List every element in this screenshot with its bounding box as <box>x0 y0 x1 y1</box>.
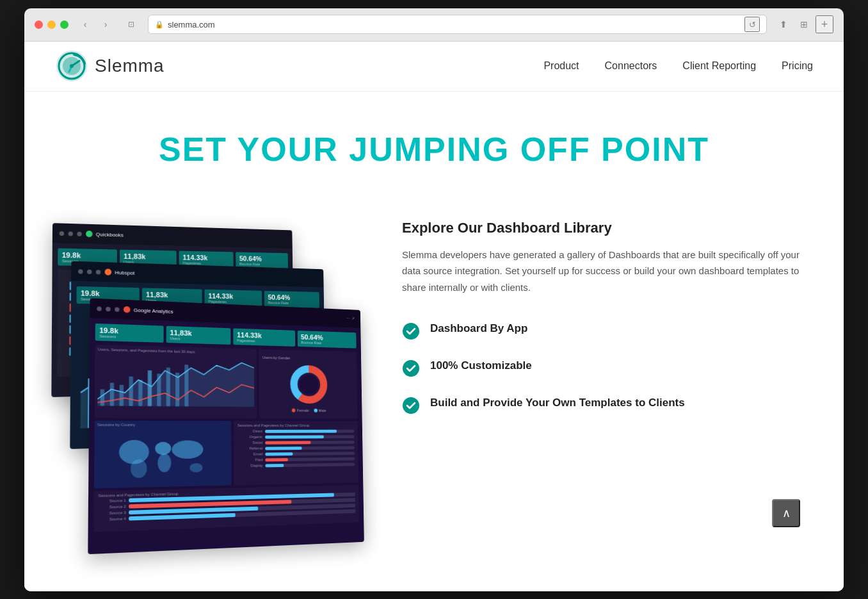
reader-button[interactable]: ⊡ <box>122 15 140 33</box>
nav-client-reporting[interactable]: Client Reporting <box>682 60 756 72</box>
svg-rect-21 <box>120 384 124 406</box>
ga-label: Google Analytics <box>134 307 173 315</box>
address-bar[interactable]: 🔒 slemma.com ↺ <box>148 15 767 34</box>
section-description: Slemma developers have generated a galle… <box>402 247 812 296</box>
svg-point-38 <box>403 323 419 340</box>
logo-text: Slemma <box>95 56 165 76</box>
checkmark-icon-3 <box>402 397 420 414</box>
svg-rect-27 <box>175 372 179 406</box>
fullscreen-button[interactable] <box>60 21 68 29</box>
feature-dashboard-by-app: Dashboard By App <box>402 321 812 340</box>
svg-point-34 <box>155 441 171 455</box>
donut-chart: Users by Gender Femal <box>259 349 357 418</box>
browser-window: ‹ › ⊡ 🔒 slemma.com ↺ ⬆ ⊞ + <box>24 8 844 591</box>
hubspot-label: Hubspot <box>115 269 134 275</box>
svg-point-39 <box>403 360 419 377</box>
quickbooks-label: Quickbooks <box>96 231 124 237</box>
feature-build-templates: Build and Provide Your Own Templates to … <box>402 395 812 414</box>
reload-button[interactable]: ↺ <box>744 17 760 32</box>
svg-rect-19 <box>100 389 105 406</box>
svg-rect-26 <box>166 367 170 406</box>
tab-overview-button[interactable]: ⊞ <box>795 15 813 33</box>
browser-nav: ‹ › <box>76 15 115 33</box>
svg-point-32 <box>119 439 149 464</box>
scroll-to-top-button[interactable]: ∧ <box>772 499 800 527</box>
svg-rect-25 <box>157 373 161 406</box>
traffic-lights <box>35 21 68 29</box>
share-button[interactable]: ⬆ <box>775 15 792 33</box>
svg-rect-28 <box>184 365 188 406</box>
browser-titlebar: ‹ › ⊡ 🔒 slemma.com ↺ ⬆ ⊞ + <box>24 8 844 42</box>
logo-link[interactable]: Slemma <box>55 49 165 83</box>
svg-rect-24 <box>148 370 152 406</box>
screenshot-stack: Quickbooks 19.8k Sessions <box>56 207 364 540</box>
forward-button[interactable]: › <box>97 15 115 33</box>
svg-rect-22 <box>129 376 133 406</box>
feature-label-2: 100% Customizable <box>430 358 532 373</box>
minimize-button[interactable] <box>47 21 56 29</box>
svg-point-37 <box>189 463 202 472</box>
hero-right-content: Explore Our Dashboard Library Slemma dev… <box>402 207 812 415</box>
feature-label-1: Dashboard By App <box>430 321 527 336</box>
nav-pricing[interactable]: Pricing <box>782 60 813 72</box>
feature-list: Dashboard By App 100% Customizable <box>402 321 812 414</box>
checkmark-icon-1 <box>402 322 420 340</box>
hbar-chart: Sessions and Pageviews by Channel Group … <box>234 421 358 485</box>
lock-icon: 🔒 <box>155 21 164 29</box>
section-title: Explore Our Dashboard Library <box>402 220 812 236</box>
svg-rect-20 <box>110 382 115 406</box>
close-button[interactable] <box>35 21 43 29</box>
site-navigation: Slemma Product Connectors Client Reporti… <box>24 42 844 92</box>
svg-point-36 <box>172 440 203 459</box>
svg-rect-23 <box>138 379 142 406</box>
nav-links: Product Connectors Client Reporting Pric… <box>543 60 813 72</box>
logo-icon <box>55 49 88 83</box>
website: Slemma Product Connectors Client Reporti… <box>24 42 844 591</box>
nav-connectors[interactable]: Connectors <box>605 60 657 72</box>
svg-point-35 <box>157 454 171 472</box>
world-map: Sessions by Country <box>94 420 232 488</box>
nav-product[interactable]: Product <box>543 60 579 72</box>
browser-actions: ⬆ ⊞ + <box>775 15 833 33</box>
bottom-hbar-section: Sessions and Pageviews by Channel Group … <box>93 484 359 532</box>
dashboard-screenshots: Quickbooks 19.8k Sessions <box>56 207 364 540</box>
feature-customizable: 100% Customizable <box>402 358 812 377</box>
svg-point-40 <box>403 397 419 414</box>
dashboard-google-analytics: Google Analytics ⋯ ↗ 19.8k Sessions <box>88 298 364 554</box>
new-tab-button[interactable]: + <box>816 15 833 33</box>
stat1-val: 19.8k <box>62 250 113 259</box>
checkmark-icon-2 <box>402 359 420 377</box>
svg-point-31 <box>299 374 318 394</box>
url-text: slemma.com <box>168 20 215 29</box>
svg-point-3 <box>70 64 74 68</box>
hero-content: Quickbooks 19.8k Sessions <box>56 207 812 540</box>
back-button[interactable]: ‹ <box>76 15 94 33</box>
hero-title: SET YOUR JUMPING OFF POINT <box>55 130 813 168</box>
hero-section: SET YOUR JUMPING OFF POINT Quickbooks <box>24 92 844 591</box>
feature-label-3: Build and Provide Your Own Templates to … <box>430 395 685 411</box>
main-line-chart: Users, Sessions, and Pageviews from the … <box>95 344 257 418</box>
